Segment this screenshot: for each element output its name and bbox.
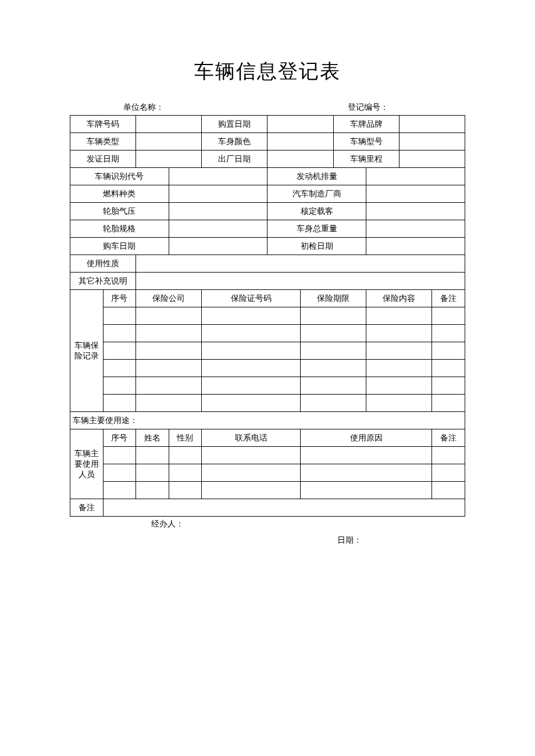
row-other-notes: 其它补充说明 [70,273,465,290]
users-header-row: 车辆主要使用人员 序号 姓名 性别 联系电话 使用原因 备注 [70,429,465,447]
users-cell[interactable] [103,464,136,482]
ins-cell[interactable] [432,342,465,360]
value-purchase-date[interactable] [268,116,333,133]
value-remark[interactable] [103,499,465,517]
row-main-usage: 车辆主要使用途： [70,412,465,429]
ins-cell[interactable] [300,307,366,325]
row3-2: 发证日期 出厂日期 车辆里程 [70,151,465,168]
value-usage-nature[interactable] [136,255,465,273]
ins-cell[interactable] [432,325,465,342]
ins-cell[interactable] [202,325,301,342]
ins-cell[interactable] [432,377,465,395]
users-cell[interactable] [202,464,301,482]
ins-cell[interactable] [432,360,465,377]
ins-cell[interactable] [103,395,136,412]
value-vin[interactable] [169,168,268,185]
ins-cell[interactable] [432,395,465,412]
value-vehicle-type[interactable] [136,133,202,151]
reg-no-label: 登记编号： [348,102,464,113]
value-body-color[interactable] [268,133,333,151]
value-manufacturer[interactable] [366,185,465,203]
ins-cell[interactable] [136,360,202,377]
users-cell[interactable] [202,447,301,464]
main-usage-cell[interactable]: 车辆主要使用途： [70,412,465,429]
ins-cell[interactable] [202,377,301,395]
users-cell[interactable] [432,464,465,482]
ins-cell[interactable] [366,395,432,412]
ins-cell[interactable] [103,325,136,342]
ins-cell[interactable] [202,395,301,412]
users-cell[interactable] [300,482,431,499]
value-other-notes[interactable] [136,273,465,290]
ins-cell[interactable] [136,307,202,325]
insurance-row [70,307,465,325]
label-mileage: 车辆里程 [333,151,399,168]
vehicle-form-table: 车牌号码 购置日期 车牌品牌 车辆类型 车身颜色 车辆型号 发证日期 出厂日期 … [70,115,465,517]
value-brand[interactable] [399,116,465,133]
ins-cell[interactable] [136,395,202,412]
ins-cell[interactable] [136,342,202,360]
ins-hdr-content: 保险内容 [366,290,432,307]
users-cell[interactable] [169,464,202,482]
users-cell[interactable] [169,447,202,464]
users-cell[interactable] [300,447,431,464]
value-buy-date[interactable] [169,238,268,255]
users-cell[interactable] [136,464,169,482]
ins-hdr-seq: 序号 [103,290,136,307]
header-line: 单位名称： 登记编号： [70,102,465,113]
value-tire-spec[interactable] [169,220,268,238]
ins-cell[interactable] [366,307,432,325]
value-fuel[interactable] [169,185,268,203]
users-cell[interactable] [169,482,202,499]
value-tire-pressure[interactable] [169,203,268,220]
ins-cell[interactable] [366,325,432,342]
users-section-label: 车辆主要使用人员 [70,429,104,499]
ins-cell[interactable] [202,360,301,377]
insurance-header-row: 车辆保险记录 序号 保险公司 保险证号码 保险期限 保险内容 备注 [70,290,465,307]
users-hdr-name: 姓名 [136,429,169,447]
page: 车辆信息登记表 单位名称： 登记编号： 车牌号码 购置日期 车牌品牌 车辆类型 … [0,0,535,581]
ins-cell[interactable] [300,342,366,360]
ins-cell[interactable] [300,395,366,412]
ins-cell[interactable] [300,360,366,377]
users-cell[interactable] [432,447,465,464]
value-issue-date[interactable] [136,151,202,168]
ins-cell[interactable] [202,307,301,325]
value-gross-weight[interactable] [366,220,465,238]
value-model[interactable] [399,133,465,151]
users-cell[interactable] [136,447,169,464]
row2-3: 轮胎规格 车身总重量 [70,220,465,238]
value-mileage[interactable] [399,151,465,168]
users-cell[interactable] [432,482,465,499]
ins-cell[interactable] [136,377,202,395]
ins-cell[interactable] [432,307,465,325]
ins-hdr-period: 保险期限 [300,290,366,307]
ins-cell[interactable] [366,377,432,395]
users-cell[interactable] [202,482,301,499]
users-cell[interactable] [300,464,431,482]
ins-cell[interactable] [103,342,136,360]
ins-cell[interactable] [300,325,366,342]
value-initial-inspect[interactable] [366,238,465,255]
ins-cell[interactable] [366,360,432,377]
ins-cell[interactable] [202,342,301,360]
ins-hdr-certno: 保险证号码 [202,290,301,307]
value-displacement[interactable] [366,168,465,185]
row-usage-nature: 使用性质 [70,255,465,273]
ins-cell[interactable] [136,325,202,342]
label-brand: 车牌品牌 [333,116,399,133]
ins-cell[interactable] [103,360,136,377]
ins-hdr-company: 保险公司 [136,290,202,307]
value-plate-no[interactable] [136,116,202,133]
ins-cell[interactable] [103,307,136,325]
value-factory-date[interactable] [268,151,333,168]
users-cell[interactable] [136,482,169,499]
value-seating[interactable] [366,203,465,220]
row2-0: 车辆识别代号 发动机排量 [70,168,465,185]
users-cell[interactable] [103,482,136,499]
label-factory-date: 出厂日期 [202,151,268,168]
ins-cell[interactable] [103,377,136,395]
users-cell[interactable] [103,447,136,464]
ins-cell[interactable] [300,377,366,395]
ins-cell[interactable] [366,342,432,360]
